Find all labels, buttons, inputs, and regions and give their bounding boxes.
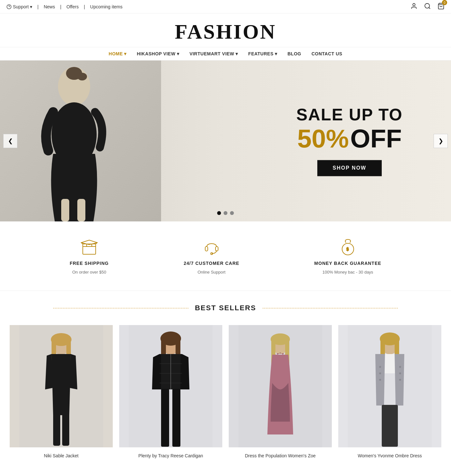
features-section: FREE SHIPPING On order over $50 24/7 CUS… — [0, 221, 451, 291]
hero-dots — [217, 211, 234, 215]
section-line-left — [53, 308, 188, 308]
logo-section: FASHION — [0, 14, 451, 47]
product-image-2 — [119, 325, 222, 447]
support-menu[interactable]: Support ▾ — [6, 4, 32, 9]
feature-support: 24/7 CUSTOMER CARE Online Support — [184, 238, 239, 275]
cart-icon-wrap[interactable]: 0 — [437, 3, 445, 11]
products-grid: Niki Sable Jacket — [0, 322, 451, 463]
section-line-right — [263, 308, 398, 308]
money-back-subtitle: 100% Money bac - 30 days — [322, 270, 373, 275]
svg-point-50 — [399, 366, 401, 368]
product-card-2[interactable]: Plenty by Tracy Reese Cardigan — [116, 322, 225, 463]
search-icon[interactable] — [424, 3, 431, 11]
product-card-3[interactable]: Dress the Population Women's Zoe — [225, 322, 335, 463]
model-silhouette-svg — [0, 61, 161, 221]
shipping-subtitle: On order over $50 — [72, 270, 106, 275]
svg-line-3 — [429, 7, 430, 9]
divider: | — [37, 4, 39, 9]
section-header: BEST SELLERS — [0, 291, 451, 322]
product-name-4: Women's Yvonme Ombre Dress — [358, 451, 422, 460]
upcoming-link[interactable]: Upcoming items — [90, 4, 122, 9]
svg-rect-23 — [53, 414, 60, 446]
svg-point-48 — [379, 372, 381, 374]
top-bar-right: 0 — [410, 3, 445, 11]
svg-text:$: $ — [346, 247, 349, 252]
product-1-figure — [19, 325, 103, 447]
svg-rect-12 — [83, 244, 96, 254]
svg-point-51 — [399, 372, 401, 374]
support-title: 24/7 CUSTOMER CARE — [184, 261, 239, 266]
svg-point-2 — [425, 4, 430, 8]
product-image-1 — [10, 325, 113, 447]
chevron-down-icon: ▾ — [275, 51, 277, 56]
support-subtitle: Online Support — [197, 270, 225, 275]
svg-rect-13 — [205, 247, 208, 251]
product-name-2: Plenty by Tracy Reese Cardigan — [139, 451, 203, 460]
hero-dot-2[interactable] — [224, 211, 227, 215]
svg-point-47 — [379, 366, 381, 368]
top-bar: Support ▾ | News | Offers | Upcoming ite… — [0, 0, 451, 14]
offers-link[interactable]: Offers — [66, 4, 79, 9]
nav-home[interactable]: HOME ▾ — [109, 51, 127, 56]
product-image-3 — [229, 325, 332, 447]
feature-shipping: FREE SHIPPING On order over $50 — [70, 238, 109, 275]
money-bag-icon: $ — [338, 238, 358, 257]
hero-banner: SALE UP TO 50% OFF SHOP NOW ❮ ❯ — [0, 61, 451, 221]
headset-icon — [202, 238, 221, 257]
chevron-down-icon: ▾ — [235, 51, 238, 56]
hero-prev-button[interactable]: ❮ — [3, 134, 17, 148]
question-circle-icon — [6, 4, 12, 9]
svg-rect-24 — [62, 414, 69, 446]
hero-sale-line1: SALE UP TO — [296, 106, 403, 124]
svg-rect-11 — [77, 199, 85, 221]
chevron-down-icon: ▾ — [124, 51, 127, 56]
svg-rect-34 — [161, 389, 169, 447]
support-dropdown-icon: ▾ — [30, 4, 32, 9]
nav-features[interactable]: FEATURES ▾ — [248, 51, 277, 56]
hero-off: OFF — [350, 125, 402, 153]
divider2: | — [60, 4, 62, 9]
hero-dot-1[interactable] — [217, 211, 221, 215]
hero-model-area — [0, 61, 161, 221]
nav-blog[interactable]: BLOG — [288, 51, 301, 56]
product-image-4 — [338, 325, 441, 447]
hero-dot-3[interactable] — [230, 211, 234, 215]
hero-percent: 50% — [297, 125, 349, 153]
svg-point-52 — [399, 379, 401, 381]
hero-sale-row: 50% OFF — [296, 124, 403, 154]
svg-rect-53 — [382, 405, 398, 447]
nav-hikashop[interactable]: HIKASHOP VIEW ▾ — [137, 51, 179, 56]
svg-rect-10 — [61, 199, 69, 221]
account-icon[interactable] — [410, 3, 417, 11]
svg-rect-14 — [216, 247, 218, 251]
product-name-3: Dress the Population Women's Zoe — [245, 451, 316, 460]
box-icon — [80, 238, 99, 257]
shipping-title: FREE SHIPPING — [70, 261, 109, 266]
svg-rect-46 — [383, 354, 396, 373]
support-label: Support — [13, 4, 29, 9]
svg-rect-35 — [172, 389, 180, 447]
product-card-1[interactable]: Niki Sable Jacket — [6, 322, 116, 463]
product-2-figure — [129, 325, 213, 447]
money-back-title: MONEY BACK GUARANTEE — [314, 261, 381, 266]
feature-money-back: $ MONEY BACK GUARANTEE 100% Money bac - … — [314, 238, 381, 275]
cart-badge: 0 — [442, 0, 447, 5]
product-3-figure — [238, 325, 322, 447]
product-name-1: Niki Sable Jacket — [44, 451, 78, 460]
hero-content: SALE UP TO 50% OFF SHOP NOW — [296, 106, 403, 176]
divider3: | — [84, 4, 85, 9]
main-nav: HOME ▾ HIKASHOP VIEW ▾ VIRTUEMART VIEW ▾… — [0, 47, 451, 61]
svg-point-49 — [379, 379, 381, 381]
product-4-figure — [348, 325, 432, 447]
hero-next-button[interactable]: ❯ — [434, 134, 448, 148]
top-bar-left: Support ▾ | News | Offers | Upcoming ite… — [6, 4, 122, 9]
svg-point-1 — [413, 4, 415, 6]
nav-virtuemart[interactable]: VIRTUEMART VIEW ▾ — [189, 51, 238, 56]
best-sellers-title: BEST SELLERS — [195, 304, 256, 312]
nav-contact[interactable]: CONTACT US — [312, 51, 342, 56]
news-link[interactable]: News — [44, 4, 55, 9]
shop-now-button[interactable]: SHOP NOW — [317, 160, 382, 176]
logo[interactable]: FASHION — [0, 20, 451, 44]
product-card-4[interactable]: Women's Yvonme Ombre Dress — [335, 322, 445, 463]
svg-point-7 — [77, 73, 87, 80]
